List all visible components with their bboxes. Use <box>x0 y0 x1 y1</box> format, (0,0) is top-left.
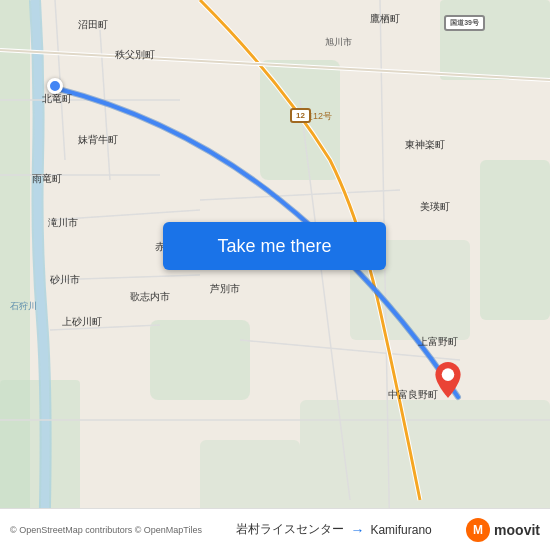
destination-label: Kamifurano <box>370 523 431 537</box>
destination-marker <box>434 362 462 402</box>
town-妹背牛町: 妹背牛町 <box>78 133 118 147</box>
map-attribution: © OpenStreetMap contributors © OpenMapTi… <box>10 525 202 535</box>
town-東神楽町: 東神楽町 <box>405 138 445 152</box>
town-北竜町: 北竜町 <box>42 92 72 106</box>
map-svg <box>0 0 550 550</box>
town-沼田町: 沼田町 <box>78 18 108 32</box>
town-石狩川: 石狩川 <box>10 300 37 313</box>
town-上富良野町: 上富野町 <box>418 335 458 349</box>
town-鷹栖町: 鷹栖町 <box>370 12 400 26</box>
svg-rect-4 <box>440 0 550 80</box>
route-arrow-icon: → <box>350 522 364 538</box>
highway-badge: 国道39号 <box>444 15 485 31</box>
town-美瑛町: 美瑛町 <box>420 200 450 214</box>
svg-point-23 <box>442 368 455 381</box>
moovit-logo: M moovit <box>466 518 540 542</box>
origin-label: 岩村ライスセンター <box>236 521 344 538</box>
take-me-there-button[interactable]: Take me there <box>163 222 386 270</box>
route-badge: 12 <box>290 108 311 123</box>
town-中富良野町: 中富良野町 <box>388 388 438 402</box>
town-芦別市: 芦別市 <box>210 282 240 296</box>
origin-marker <box>47 78 63 94</box>
town-雨竜町: 雨竜町 <box>32 172 62 186</box>
town-歌志内市: 歌志内市 <box>130 290 170 304</box>
town-砂川市: 砂川市 <box>50 273 80 287</box>
route-info: 岩村ライスセンター → Kamifurano <box>236 521 431 538</box>
town-旭川市: 旭川市 <box>325 36 352 49</box>
town-秩父別町: 秩父別町 <box>115 48 155 62</box>
bottom-bar: © OpenStreetMap contributors © OpenMapTi… <box>0 508 550 550</box>
town-上砂川町: 上砂川町 <box>62 315 102 329</box>
svg-line-16 <box>200 190 400 200</box>
svg-rect-5 <box>480 160 550 320</box>
svg-rect-1 <box>150 320 250 400</box>
moovit-text: moovit <box>494 522 540 538</box>
map-container: 沼田町 秩父別町 北竜町 妹背牛町 雨竜町 滝川市 砂川市 上砂川町 赤平市 歌… <box>0 0 550 550</box>
moovit-icon: M <box>466 518 490 542</box>
town-滝川市: 滝川市 <box>48 216 78 230</box>
